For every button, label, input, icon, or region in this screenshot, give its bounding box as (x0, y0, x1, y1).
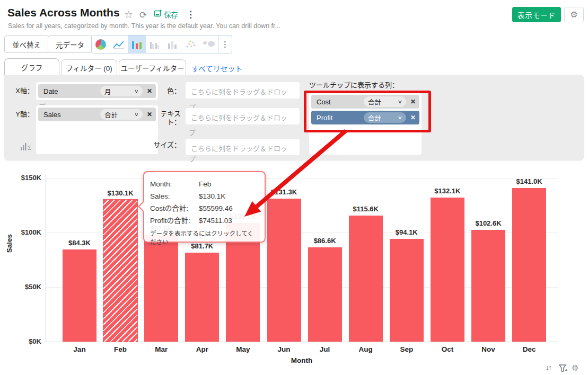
color-dropzone[interactable]: こちらに列をドラッグ＆ドロッ (186, 82, 300, 99)
chevron-down-icon: ∨ (134, 112, 139, 117)
tooltip-column-aggregate-dropdown[interactable]: 合計 ∨ (364, 96, 406, 107)
tooltip-pointer (138, 201, 148, 212)
tooltip-column-aggregate-value: 合計 (368, 113, 381, 123)
view-mode-button[interactable]: 表示モード (512, 7, 561, 22)
x-axis-line (46, 342, 558, 342)
report-description: Sales for all years, categorized by mont… (8, 22, 280, 30)
y-axis-remove-icon[interactable]: ✕ (146, 111, 152, 118)
tooltip-column-remove-icon[interactable]: ✕ (409, 114, 416, 121)
page-title: Sales Across Months (7, 6, 120, 19)
bar-dec[interactable] (512, 188, 546, 342)
tooltip-row: Month:Feb (150, 178, 258, 190)
tooltip-column-chip-cost[interactable]: Cost 合計 ∨ ✕ (311, 95, 419, 109)
tooltip-footer-hint: データを表示するにはクリックしてください (150, 229, 258, 246)
x-axis-category-label: Jun (263, 345, 305, 353)
chart-settings-gear-icon[interactable]: ⚙ (572, 363, 578, 373)
raw-data-button[interactable]: 元データ (48, 35, 92, 53)
y-axis-label: Y軸： (10, 110, 34, 119)
grouped-bar-chart-icon[interactable] (146, 35, 164, 53)
chevron-down-icon: ∨ (398, 99, 402, 104)
tooltip-row: Sales:$130.1K (150, 190, 258, 202)
x-axis-category-label: Apr (181, 345, 223, 353)
tooltip-row-value: Feb (199, 178, 211, 190)
bar-apr[interactable] (185, 253, 219, 342)
tooltip-column-aggregate-value: 合計 (368, 97, 381, 107)
tab-filter[interactable]: フィルター (0) (61, 59, 117, 75)
pie-chart-icon[interactable] (92, 35, 110, 53)
tooltip-column-name: Profit (317, 114, 361, 122)
x-axis-field-chip[interactable]: Date 月 ∨ ✕ (38, 84, 156, 98)
y-axis-title: Sales (5, 234, 13, 253)
map-chart-icon[interactable] (200, 35, 218, 53)
y-axis-dropzone[interactable]: Sales 合計 ∨ ✕ (36, 105, 158, 154)
tooltip-row-value: $74511.03 (199, 215, 232, 227)
y-axis-tick-label: $100K (10, 228, 41, 236)
x-axis-dropzone[interactable]: Date 月 ∨ ✕ (36, 82, 158, 100)
sort-order-icon[interactable]: ↓↑ (546, 363, 551, 372)
size-placeholder: こちらに列をドラッグ＆ドロッ (191, 145, 287, 153)
x-axis-remove-icon[interactable]: ✕ (146, 87, 152, 95)
y-axis-aggregate-value: 合計 (104, 110, 118, 120)
chart-type-switcher: ⋮ (91, 35, 232, 53)
bar-jul[interactable] (308, 247, 342, 342)
tooltip-columns-dropzone[interactable]: Cost 合計 ∨ ✕ Profit 合計 ∨ ✕ (309, 93, 422, 155)
x-axis-title: Month (278, 356, 326, 364)
x-axis-category-label: Dec (508, 345, 550, 353)
refresh-icon[interactable]: ⟳ (139, 9, 147, 22)
stacked-bar-chart-icon[interactable] (164, 35, 182, 53)
tooltip-columns-label: ツールチップに表示する列： (309, 81, 431, 90)
bar-sep[interactable] (390, 239, 424, 342)
chart-hover-tooltip: Month:Feb Sales:$130.1K Costの合計:$55599.4… (143, 171, 266, 243)
x-axis-category-label: Mar (140, 345, 182, 353)
text-dropzone[interactable]: こちらに列をドラッグ＆ドロッ (186, 108, 300, 124)
reset-all-link[interactable]: すべてリセット (191, 63, 242, 74)
bar-jan[interactable] (63, 249, 96, 342)
more-options-kebab-icon[interactable]: ⋮ (186, 8, 195, 21)
summarize-icon: Σ (20, 142, 33, 154)
x-axis-aggregate-dropdown[interactable]: 月 ∨ (100, 86, 143, 96)
tab-user-filter[interactable]: ユーザーフィルター (119, 59, 186, 75)
bar-value-label: $115.6K (342, 205, 390, 213)
settings-gear-button[interactable]: ⚙ (564, 7, 584, 22)
x-axis-category-label: Nov (467, 345, 510, 353)
bar-jun[interactable] (267, 199, 301, 342)
more-chart-types-icon[interactable]: ⋮ (218, 35, 232, 53)
tooltip-column-name: Cost (317, 98, 361, 106)
color-placeholder: こちらに列をドラッグ＆ドロッ (191, 88, 287, 96)
tooltip-row-label: Sales: (150, 190, 199, 202)
y-axis-aggregate-dropdown[interactable]: 合計 ∨ (100, 109, 143, 120)
y-axis-line (46, 174, 46, 342)
y-axis-field-chip[interactable]: Sales 合計 ∨ ✕ (38, 108, 156, 121)
bar-value-label: $130.1K (96, 189, 144, 197)
bar-aug[interactable] (349, 216, 383, 342)
x-axis-category-label: Sep (385, 345, 428, 353)
bar-value-label: $84.3K (56, 239, 103, 247)
bar-oct[interactable] (431, 198, 464, 342)
gear-icon: ⚙ (570, 10, 577, 19)
tooltip-column-chip-profit[interactable]: Profit 合計 ∨ ✕ (311, 111, 419, 124)
bar-value-label: $94.1K (383, 228, 431, 236)
color-label: 色： (154, 87, 181, 95)
tooltip-column-aggregate-dropdown[interactable]: 合計 ∨ (364, 112, 406, 123)
tooltip-row-label: Costの合計: (150, 202, 199, 215)
tooltip-row: Profitの合計:$74511.03 (150, 215, 258, 227)
line-chart-icon[interactable] (110, 35, 128, 53)
x-axis-label: X軸： (10, 87, 34, 95)
x-axis-aggregate-value: 月 (104, 86, 111, 96)
save-button[interactable]: 保存 (154, 9, 178, 20)
size-dropzone[interactable]: こちらに列をドラッグ＆ドロッ (186, 139, 300, 155)
favorite-star-icon[interactable]: ☆ (124, 8, 133, 21)
tooltip-column-remove-icon[interactable]: ✕ (409, 98, 416, 105)
tooltip-row-value: $55599.46 (199, 202, 233, 215)
scatter-chart-icon[interactable] (182, 35, 200, 53)
filter-funnel-icon[interactable] (559, 364, 568, 375)
bar-feb[interactable] (103, 200, 137, 342)
tooltip-row-label: Profitの合計: (150, 215, 199, 227)
bar-chart-icon[interactable] (128, 35, 146, 53)
bar-mar[interactable] (144, 235, 178, 342)
tab-graph[interactable]: グラフ (4, 58, 59, 75)
bar-value-label: $141.0K (505, 177, 553, 185)
y-axis-column-name: Sales (43, 111, 97, 119)
sort-button[interactable]: 並べ替え (4, 35, 49, 53)
bar-nov[interactable] (471, 230, 505, 342)
